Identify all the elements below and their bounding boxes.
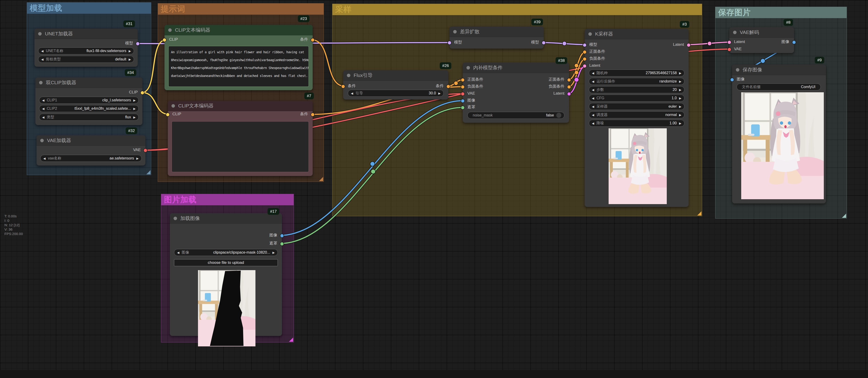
next-arrow-icon[interactable]: ▶: [129, 49, 131, 53]
node-vae-decode[interactable]: VAE解码 Latent VAE 图像: [730, 27, 794, 53]
latent-output-port[interactable]: [686, 43, 691, 47]
collapse-dot-icon[interactable]: [733, 31, 737, 34]
prev-arrow-icon[interactable]: ◀: [592, 88, 594, 92]
group-image-load-titlebar[interactable]: 图片加载: [161, 194, 293, 205]
model-output-port[interactable]: [136, 42, 140, 46]
group-resize-handle[interactable]: [319, 177, 323, 181]
mask-output-port[interactable]: [280, 242, 284, 246]
control-after-generate-widget[interactable]: ◀ 运行后操作 randomize ▶: [589, 78, 684, 85]
prev-arrow-icon[interactable]: ◀: [592, 71, 594, 75]
mask-input-port[interactable]: [461, 106, 465, 110]
node-header[interactable]: CLIP文本编码器: [164, 25, 313, 35]
noise-mask-toggle[interactable]: noise_mask false: [467, 112, 564, 119]
next-arrow-icon[interactable]: ▶: [133, 99, 136, 102]
node-header[interactable]: UNET加载器: [34, 29, 138, 39]
guidance-widget[interactable]: ◀ 引导 30.0 ▶: [348, 90, 444, 97]
group-sampling-titlebar[interactable]: 采样: [333, 4, 702, 15]
saved-image-preview[interactable]: [741, 92, 824, 199]
latent-output-port[interactable]: [567, 92, 571, 96]
node-load-image[interactable]: 加载图像 图像 遮罩 ◀ 图像 clipspace/clipspace-mask…: [170, 213, 282, 336]
next-arrow-icon[interactable]: ▶: [129, 58, 131, 61]
image-input-port[interactable]: [730, 78, 734, 82]
next-arrow-icon[interactable]: ▶: [272, 251, 275, 254]
collapse-dot-icon[interactable]: [588, 32, 592, 36]
next-arrow-icon[interactable]: ▶: [136, 157, 138, 160]
clip2-widget[interactable]: ◀ CLIP2 t5xxl_fp8_e4m3fn_scaled.safete..…: [39, 105, 138, 112]
model-input-port[interactable]: [447, 41, 452, 45]
next-arrow-icon[interactable]: ▶: [679, 105, 681, 108]
vae-output-port[interactable]: [143, 148, 148, 152]
next-arrow-icon[interactable]: ▶: [679, 113, 681, 117]
group-resize-handle[interactable]: [842, 214, 846, 218]
collapse-dot-icon[interactable]: [174, 217, 177, 220]
choose-file-button[interactable]: choose file to upload: [174, 259, 278, 266]
node-dual-clip-loader[interactable]: 双CLIP加载器 CLIP ◀ CLIP1 clip_l.safetensors…: [35, 77, 143, 125]
prev-arrow-icon[interactable]: ◀: [351, 92, 353, 95]
node-ksampler[interactable]: K采样器 模型 正面条件 负面条件 Latent Latent ◀ 随机种 27…: [585, 29, 689, 207]
node-unet-loader[interactable]: UNET加载器 模型 ◀ UNET名称 flux1-fill-dev.safet…: [34, 29, 138, 67]
weight-dtype-widget[interactable]: ◀ 剪枝类型 default ▶: [38, 56, 134, 63]
negative-input-port[interactable]: [461, 85, 465, 89]
clip-type-widget[interactable]: ◀ 类型 flux ▶: [39, 114, 138, 121]
image-file-widget[interactable]: ◀ 图像 clipspace/clipspace-mask-10820... ▶: [174, 249, 278, 256]
collapse-dot-icon[interactable]: [736, 68, 739, 72]
sampler-widget[interactable]: ◀ 采样器 euler ▶: [589, 103, 684, 110]
prev-arrow-icon[interactable]: ◀: [42, 99, 44, 102]
next-arrow-icon[interactable]: ▶: [133, 115, 136, 119]
node-inpaint-model-conditioning[interactable]: 内补模型条件 正面条件 负面条件 VAE 图像 遮罩 正面条件 负面条件 Lat…: [463, 63, 569, 123]
node-header[interactable]: Flux引导: [343, 70, 448, 81]
image-input-port[interactable]: [461, 99, 465, 103]
prev-arrow-icon[interactable]: ◀: [592, 97, 594, 100]
group-resize-handle[interactable]: [697, 211, 702, 215]
denoise-widget[interactable]: ◀ 降噪 1.00 ▶: [589, 120, 684, 127]
collapse-dot-icon[interactable]: [347, 74, 350, 77]
collapse-dot-icon[interactable]: [172, 104, 175, 108]
collapse-dot-icon[interactable]: [453, 30, 457, 33]
next-arrow-icon[interactable]: ▶: [679, 80, 681, 83]
next-arrow-icon[interactable]: ▶: [679, 97, 681, 100]
clip-output-port[interactable]: [140, 91, 145, 95]
node-differential-diffusion[interactable]: 差异扩散 模型 模型: [450, 27, 544, 48]
prompt-textarea[interactable]: [172, 121, 309, 172]
node-header[interactable]: 差异扩散: [450, 27, 544, 37]
positive-output-port[interactable]: [567, 78, 571, 82]
node-header[interactable]: VAE解码: [730, 27, 794, 38]
model-output-port[interactable]: [541, 41, 546, 45]
vae-input-port[interactable]: [461, 92, 465, 96]
group-model-load-titlebar[interactable]: 模型加载: [27, 3, 151, 14]
prev-arrow-icon[interactable]: ◀: [43, 157, 45, 160]
prev-arrow-icon[interactable]: ◀: [592, 80, 594, 83]
collapse-dot-icon[interactable]: [168, 28, 172, 32]
prev-arrow-icon[interactable]: ◀: [592, 113, 594, 117]
node-save-image[interactable]: 保存图像 图像 文件名前缀 ComfyUI: [732, 65, 826, 203]
node-vae-loader[interactable]: VAE加载器 VAE ◀ vae名称 ae.safetensors ▶: [36, 135, 146, 166]
collapse-dot-icon[interactable]: [38, 32, 42, 36]
node-header[interactable]: K采样器: [585, 29, 689, 39]
image-output-port[interactable]: [280, 234, 284, 238]
toggle-knob-icon[interactable]: [556, 113, 561, 118]
latent-input-port[interactable]: [583, 64, 587, 68]
negative-output-port[interactable]: [567, 85, 571, 89]
prev-arrow-icon[interactable]: ◀: [41, 49, 43, 53]
prompt-textarea[interactable]: An illustration of a girl with pink hair…: [168, 46, 309, 87]
conditioning-output-port[interactable]: [446, 84, 451, 89]
next-arrow-icon[interactable]: ▶: [679, 122, 681, 125]
next-arrow-icon[interactable]: ▶: [679, 71, 681, 75]
collapse-dot-icon[interactable]: [39, 81, 42, 84]
vae-name-widget[interactable]: ◀ vae名称 ae.safetensors ▶: [40, 155, 142, 162]
prev-arrow-icon[interactable]: ◀: [41, 58, 43, 61]
next-arrow-icon[interactable]: ▶: [133, 107, 136, 110]
clip1-widget[interactable]: ◀ CLIP1 clip_l.safetensors ▶: [39, 97, 138, 104]
positive-input-port[interactable]: [461, 78, 465, 82]
prev-arrow-icon[interactable]: ◀: [42, 115, 44, 119]
seed-widget[interactable]: ◀ 随机种 279653546627158 ▶: [589, 70, 684, 76]
prev-arrow-icon[interactable]: ◀: [42, 107, 44, 110]
clip-input-port[interactable]: [166, 112, 170, 117]
latent-input-port[interactable]: [727, 40, 732, 44]
scheduler-widget[interactable]: ◀ 调度器 normal ▶: [589, 111, 684, 118]
node-clip-text-encode-negative[interactable]: CLIP文本编码器 CLIP 条件: [168, 101, 313, 176]
vae-input-port[interactable]: [727, 47, 732, 51]
masked-image-preview[interactable]: [198, 270, 255, 346]
positive-input-port[interactable]: [583, 50, 587, 54]
steps-widget[interactable]: ◀ 步数 20 ▶: [589, 86, 684, 93]
